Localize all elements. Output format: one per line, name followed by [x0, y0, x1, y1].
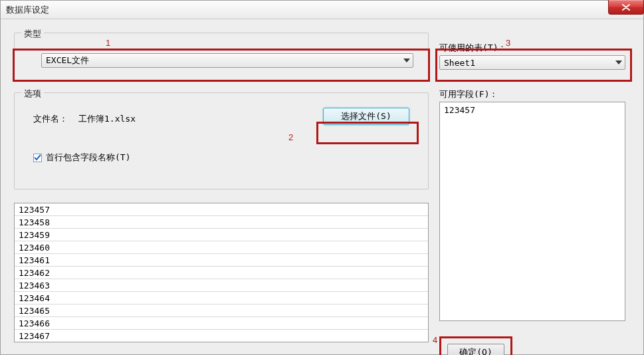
options-group: 选项 文件名： 工作簿1.xlsx 选择文件(S) 首行包含字段名称(T) [14, 92, 429, 189]
tables-combo-value: Sheet1 [444, 58, 475, 68]
type-combo[interactable]: EXCEL文件 [41, 53, 413, 68]
tables-combo[interactable]: Sheet1 [439, 55, 625, 70]
data-row[interactable]: 123467 [15, 330, 428, 342]
first-row-checkbox[interactable] [33, 154, 42, 162]
field-item[interactable]: 123457 [444, 105, 621, 115]
file-name-value: 工作簿1.xlsx [78, 113, 136, 125]
data-row[interactable]: 123461 [15, 254, 428, 267]
data-row[interactable]: 123459 [15, 229, 428, 241]
titlebar: 数据库设定 [1, 1, 643, 19]
fields-list[interactable]: 123457 [439, 102, 625, 321]
content-area: 类型 EXCEL文件 选项 文件名： 工作簿1.xlsx 选择文件(S) 首行包… [1, 19, 643, 354]
dialog-window: 数据库设定 类型 EXCEL文件 选项 文件名： 工作簿1.xlsx 选择文件(… [0, 0, 644, 355]
select-file-button-label: 选择文件(S) [341, 110, 391, 122]
type-group: 类型 EXCEL文件 [14, 33, 429, 80]
data-row[interactable]: 123464 [15, 292, 428, 304]
fields-label: 可用字段(F)： [439, 88, 498, 100]
close-button[interactable] [608, 0, 644, 15]
tables-label: 可使用的表(T)： [439, 42, 506, 54]
select-file-button[interactable]: 选择文件(S) [323, 108, 409, 125]
close-icon [622, 4, 630, 11]
type-combo-value: EXCEL文件 [46, 55, 89, 66]
data-row[interactable]: 123463 [15, 279, 428, 292]
window-title: 数据库设定 [6, 4, 49, 16]
data-row[interactable]: 123460 [15, 241, 428, 254]
data-row[interactable]: 123462 [15, 267, 428, 279]
options-group-label: 选项 [21, 88, 44, 100]
data-row[interactable]: 123465 [15, 304, 428, 317]
annotation-2: 2 [288, 132, 293, 142]
ok-button-label: 确定(O) [459, 346, 492, 355]
first-row-checkbox-label: 首行包含字段名称(T) [46, 152, 130, 164]
data-row[interactable]: 123466 [15, 317, 428, 330]
annotation-4: 4 [433, 335, 437, 345]
check-icon [34, 154, 41, 162]
chevron-down-icon [615, 60, 622, 64]
data-row[interactable]: 123458 [15, 216, 428, 229]
annotation-1: 1 [106, 38, 110, 48]
data-row[interactable]: 123457 [15, 203, 428, 216]
annotation-3: 3 [506, 38, 510, 48]
chevron-down-icon [403, 59, 410, 62]
file-name-label: 文件名： [33, 113, 68, 125]
first-row-checkbox-row[interactable]: 首行包含字段名称(T) [33, 152, 130, 164]
type-group-label: 类型 [21, 28, 44, 40]
data-preview-list[interactable]: 1234571234581234591234601234611234621234… [14, 203, 429, 342]
ok-button[interactable]: 确定(O) [447, 344, 504, 355]
